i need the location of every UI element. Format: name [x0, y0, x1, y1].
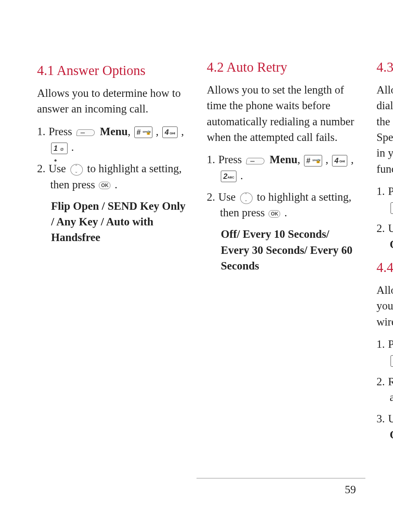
- section-intro: Allows you to determine how to answer an…: [37, 85, 186, 117]
- step-list: 1.Press Menu, 🔒SPACE , , .2.Use to highl…: [377, 183, 393, 252]
- step-list: 1.Press Menu, 🔒SPACE , , .2.Read the dis…: [377, 336, 393, 443]
- section-title: 4.2 Auto Retry: [207, 58, 356, 77]
- section-title: 4.3 One-Touch Dial: [377, 58, 393, 77]
- section-intro: Allows you to use features on your phone…: [377, 282, 393, 330]
- list-item: 1.Press Menu, 🔒SPACE , , .: [207, 152, 356, 183]
- section-title: 4.1 Answer Options: [37, 61, 186, 80]
- list-item: 3.Use to highlight On or Off, then press…: [377, 411, 393, 443]
- divider: [196, 478, 365, 478]
- option-off: Off: [390, 429, 393, 441]
- section-s41: 4.1 Answer OptionsAllows you to determin…: [37, 61, 186, 246]
- step-list: 1.Press Menu, 🔒SPACE , , .2.Use to highl…: [207, 152, 356, 220]
- step-text: Use: [218, 191, 239, 203]
- step-number: 1.: [377, 183, 388, 199]
- section-s42: 4.2 Auto RetryAllows you to set the leng…: [207, 58, 356, 274]
- list-item: 1.Press Menu, 🔒SPACE , , @ ☻ .: [37, 124, 186, 155]
- key-4-ghi-icon: [162, 127, 178, 138]
- step-text: Press: [218, 153, 245, 166]
- hash-space-key-icon: 🔒SPACE: [304, 155, 322, 166]
- list-item: 2.Read the displayed message and press t…: [377, 374, 393, 405]
- nav-up-down-icon: [240, 192, 253, 204]
- list-item: 2.Use to highlight On or Off, then press…: [377, 220, 393, 252]
- option-off: Off: [390, 238, 393, 251]
- step-text: Use: [49, 162, 69, 175]
- step-number: 3.: [377, 411, 388, 427]
- options-list: Off/ Every 10 Seconds/ Every 30 Seconds/…: [221, 226, 356, 274]
- section-s43: 4.3 One-Touch DialAllows you to initiate…: [377, 58, 393, 252]
- key-4-ghi-icon: [391, 355, 393, 367]
- section-intro: Allows you to initiate a speed dial call…: [377, 82, 393, 177]
- list-item: 2.Use to highlight a setting, then press…: [207, 189, 356, 221]
- step-text: Press: [388, 338, 393, 350]
- step-number: 2.: [377, 220, 388, 236]
- section-title: 4.4 Airplane Mode: [377, 258, 393, 277]
- left-softkey-icon: [77, 128, 96, 137]
- page-number: 59: [345, 482, 356, 497]
- menu-label: Menu: [270, 153, 298, 166]
- list-item: 1.Press Menu, 🔒SPACE , , .: [377, 336, 393, 368]
- key-1-icon: @ ☻: [51, 143, 68, 154]
- list-item: 2.Use to highlight a setting, then press…: [37, 161, 186, 192]
- key-2-abc-icon: [221, 171, 236, 182]
- step-number: 2.: [207, 189, 218, 205]
- step-text: Press: [49, 125, 75, 138]
- hash-space-key-icon: 🔒SPACE: [134, 127, 152, 138]
- step-list: 1.Press Menu, 🔒SPACE , , @ ☻ .2.Use to h…: [37, 124, 186, 192]
- nav-up-down-icon: [70, 164, 83, 176]
- key-4-ghi-icon: [332, 155, 347, 166]
- step-number: 1.: [37, 124, 49, 139]
- step-text: Use: [388, 412, 393, 425]
- step-number: 1.: [377, 336, 388, 352]
- step-number: 2.: [377, 374, 388, 389]
- ok-key-icon: OK: [99, 182, 110, 189]
- menu-label: Menu: [100, 125, 128, 138]
- step-text: Read the displayed message and press: [388, 375, 393, 403]
- ok-key-icon: OK: [269, 210, 280, 218]
- step-number: 1.: [207, 152, 218, 167]
- step-number: 2.: [37, 161, 49, 176]
- step-text: Press: [388, 185, 393, 197]
- step-text: Use: [388, 222, 393, 234]
- section-s44: 4.4 Airplane ModeAllows you to use featu…: [377, 258, 393, 443]
- left-softkey-icon: [246, 156, 265, 165]
- key-3-def-icon: [391, 202, 393, 214]
- list-item: 1.Press Menu, 🔒SPACE , , .: [377, 183, 393, 215]
- options-list: Flip Open / SEND Key Only / Any Key / Au…: [51, 198, 186, 246]
- section-intro: Allows you to set the length of time the…: [207, 82, 356, 145]
